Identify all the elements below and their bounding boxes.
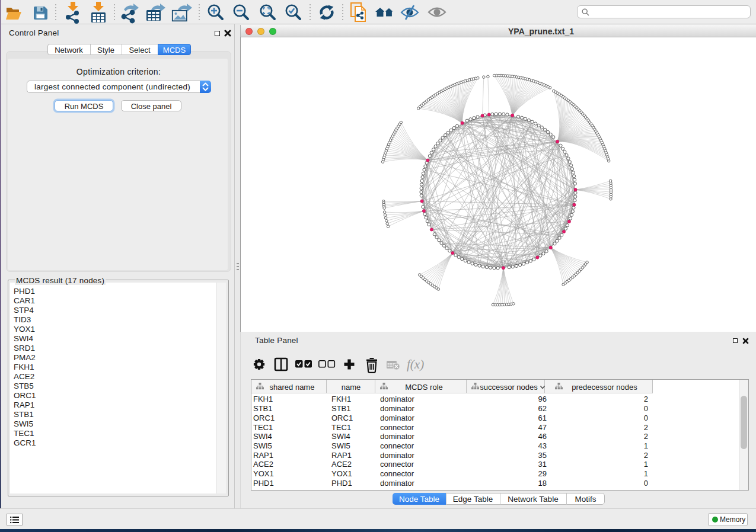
svg-text:f(x): f(x) (407, 357, 424, 371)
